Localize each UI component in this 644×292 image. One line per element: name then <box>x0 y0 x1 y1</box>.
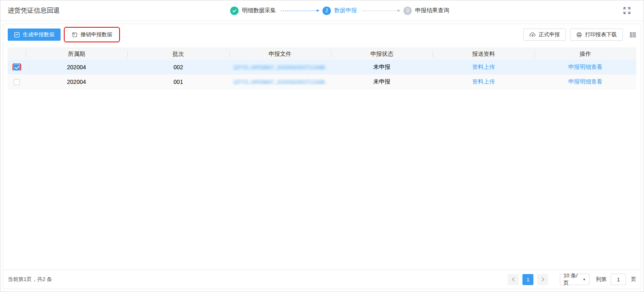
cell-declare-file-link[interactable]: QTYS_HPD9847_2020042002T1234B. <box>234 64 326 70</box>
row-checkbox-unchecked[interactable] <box>14 79 20 85</box>
page-number-active[interactable]: 1 <box>522 274 533 285</box>
fullscreen-icon[interactable] <box>622 6 631 15</box>
cell-declare-file-link[interactable]: QTYS_HPD9847_2020042002T1234B. <box>234 79 326 85</box>
declare-data-table: 所属期 批次 申报文件 申报状态 报送资料 操作 202004 002 QT <box>8 48 636 89</box>
step-label: 申报结果查询 <box>415 7 449 14</box>
step-done-check-icon <box>230 7 239 15</box>
top-bar: 进货凭证信息回退 明细数据采集 2 数据申报 3 申报结果查询 <box>0 0 644 21</box>
content-area: 生成申报数据 撤销申报数据 正式申报 <box>0 21 644 292</box>
step-label: 数据申报 <box>334 7 357 14</box>
col-header-period: 所属期 <box>26 50 127 58</box>
revoke-declare-data-label: 撤销申报数据 <box>80 31 112 38</box>
toolbar-right-group: 正式申报 打印报表下载 <box>519 29 636 41</box>
table-row[interactable]: 202004 001 QTYS_HPD9847_2020042002T1234B… <box>8 75 636 89</box>
declare-detail-view-link[interactable]: 申报明细查看 <box>568 78 603 85</box>
material-upload-link[interactable]: 资料上传 <box>472 78 495 85</box>
col-header-batch: 批次 <box>127 50 229 58</box>
step-result-query: 3 申报结果查询 <box>403 7 449 15</box>
content-panel: 生成申报数据 撤销申报数据 正式申报 <box>3 24 641 289</box>
row-checkbox-checked[interactable] <box>14 64 20 70</box>
step-number-badge: 3 <box>403 7 412 15</box>
formal-declare-button[interactable]: 正式申报 <box>523 29 566 41</box>
prev-page-button[interactable] <box>508 274 519 285</box>
material-upload-link[interactable]: 资料上传 <box>472 64 495 70</box>
goto-page-label: 到第 <box>596 276 607 283</box>
cell-period: 202004 <box>26 64 127 70</box>
stepper-connector-gray <box>362 11 398 11</box>
declare-detail-view-link[interactable]: 申报明细查看 <box>568 64 603 70</box>
toolbar-left-group: 生成申报数据 撤销申报数据 <box>8 29 118 41</box>
column-settings-icon[interactable] <box>629 31 636 38</box>
goto-page-unit: 页 <box>631 276 636 283</box>
stepper-connector-blue <box>281 11 317 11</box>
step-number-badge: 2 <box>322 7 331 15</box>
pagination: 1 10 条/页 ▼ 到第 页 <box>508 274 636 285</box>
cell-batch: 002 <box>127 64 229 70</box>
col-header-file: 申报文件 <box>229 50 331 58</box>
table-empty-area <box>3 89 641 270</box>
col-header-material: 报送资料 <box>433 50 534 58</box>
next-page-button[interactable] <box>537 274 548 285</box>
printer-icon <box>576 32 582 38</box>
cloud-upload-icon <box>529 32 536 38</box>
chart-icon <box>14 32 20 38</box>
cell-status: 未申报 <box>331 64 433 71</box>
goto-page-input[interactable] <box>611 274 626 285</box>
formal-declare-label: 正式申报 <box>539 31 560 38</box>
table-footer: 当前第1页，共2 条 1 10 条/页 ▼ 到第 页 <box>3 270 641 289</box>
app-window: 进货凭证信息回退 明细数据采集 2 数据申报 3 申报结果查询 <box>0 0 644 292</box>
col-header-action: 操作 <box>535 50 636 58</box>
print-report-download-label: 打印报表下载 <box>585 31 617 38</box>
step-label: 明细数据采集 <box>242 7 276 14</box>
cell-period: 202004 <box>26 79 127 85</box>
generate-declare-data-label: 生成申报数据 <box>23 31 54 38</box>
page-size-value: 10 条/页 <box>564 272 583 287</box>
step-data-declare: 2 数据申报 <box>322 7 357 15</box>
generate-declare-data-button[interactable]: 生成申报数据 <box>8 29 61 41</box>
page-size-select[interactable]: 10 条/页 ▼ <box>560 274 590 285</box>
undo-icon <box>72 32 78 38</box>
toolbar: 生成申报数据 撤销申报数据 正式申报 <box>3 25 641 44</box>
caret-down-icon: ▼ <box>583 278 586 281</box>
process-stepper: 明细数据采集 2 数据申报 3 申报结果查询 <box>230 0 449 21</box>
print-report-download-button[interactable]: 打印报表下载 <box>570 29 623 41</box>
page-title: 进货凭证信息回退 <box>8 7 60 15</box>
revoke-declare-data-button[interactable]: 撤销申报数据 <box>65 29 118 41</box>
col-header-status: 申报状态 <box>331 50 433 58</box>
table-row[interactable]: 202004 002 QTYS_HPD9847_2020042002T1234B… <box>8 60 636 75</box>
cell-batch: 001 <box>127 79 229 85</box>
page-summary-text: 当前第1页，共2 条 <box>8 276 52 283</box>
step-data-collect: 明细数据采集 <box>230 7 276 15</box>
cell-status: 未申报 <box>331 78 433 86</box>
table-header-row: 所属期 批次 申报文件 申报状态 报送资料 操作 <box>8 48 636 60</box>
